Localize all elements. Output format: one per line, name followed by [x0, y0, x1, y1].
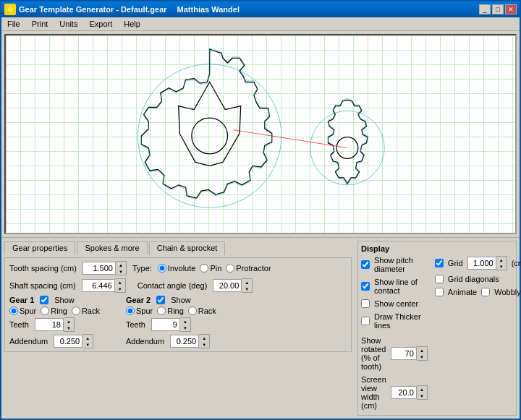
- show-center-label: Show center: [374, 299, 418, 308]
- show-pitch-diameter-row: Show pitch diameter: [361, 256, 428, 273]
- gear1-addendum-input[interactable]: 0.250: [54, 335, 82, 348]
- screen-view-spinner[interactable]: 20.0 ▲ ▼: [391, 385, 428, 400]
- gear2-addendum-spinner[interactable]: 0.250 ▲ ▼: [170, 334, 210, 348]
- gear2-rack-label: Rack: [198, 307, 216, 315]
- gear1-ring[interactable]: Ring: [41, 307, 67, 315]
- gear2-addendum-input[interactable]: 0.250: [170, 335, 199, 348]
- gear2-addendum-down[interactable]: ▼: [199, 341, 209, 348]
- show-line-of-contact-checkbox[interactable]: [361, 282, 370, 291]
- show-center-row: Show center: [361, 299, 428, 308]
- type-protractor[interactable]: Protractor: [226, 264, 271, 273]
- close-button[interactable]: ✕: [505, 4, 517, 14]
- gear1-type-group: Spur Ring Rack: [9, 307, 100, 315]
- type-involute-label: Involute: [168, 264, 196, 273]
- shaft-spacing-spinner[interactable]: 6.446 ▲ ▼: [82, 278, 126, 293]
- tooth-spacing-spinner[interactable]: 1.500 ▲ ▼: [82, 261, 127, 275]
- shaft-spacing-input[interactable]: 6.446: [82, 279, 115, 292]
- grid-checkbox[interactable]: [435, 259, 444, 267]
- type-protractor-radio[interactable]: [226, 264, 234, 273]
- gear2-rack-radio[interactable]: [188, 307, 197, 315]
- gear2-teeth-label: Teeth: [126, 320, 145, 329]
- tooth-spacing-up[interactable]: ▲: [116, 262, 126, 268]
- contact-angle-spinner[interactable]: 20.00 ▲ ▼: [213, 278, 253, 293]
- show-center-checkbox[interactable]: [361, 299, 370, 308]
- gear2-spur[interactable]: Spur: [126, 307, 153, 315]
- gear2-teeth-down[interactable]: ▼: [180, 325, 190, 331]
- show-rotated-spinner[interactable]: 70 ▲ ▼: [391, 346, 428, 361]
- menu-file[interactable]: File: [4, 19, 23, 29]
- grid-spinner-btns: ▲ ▼: [496, 256, 507, 270]
- shaft-spacing-down[interactable]: ▼: [115, 286, 125, 292]
- screen-view-label: Screen view width (cm): [361, 375, 386, 410]
- contact-angle-input[interactable]: 20.00: [213, 279, 242, 292]
- gear1-spur-label: Spur: [20, 307, 36, 315]
- menu-units[interactable]: Units: [56, 19, 80, 29]
- gear-props-panel: Gear properties Spokes & more Chain & sp…: [4, 241, 352, 416]
- gear2-addendum-spinner-btns: ▲ ▼: [199, 334, 210, 348]
- tooth-spacing-down[interactable]: ▼: [116, 268, 126, 275]
- gear2-teeth-input[interactable]: 9: [151, 318, 180, 331]
- gear2-addendum-up[interactable]: ▲: [199, 335, 209, 341]
- menu-export[interactable]: Export: [86, 19, 115, 29]
- grid-diagonals-checkbox[interactable]: [435, 275, 444, 283]
- tab-spokes-more[interactable]: Spokes & more: [77, 241, 147, 255]
- gear2-teeth-up[interactable]: ▲: [180, 318, 190, 325]
- tab-chain-sprocket[interactable]: Chain & sprocket: [149, 241, 226, 255]
- svg-line-5: [234, 130, 347, 148]
- grid-up[interactable]: ▲: [496, 257, 507, 263]
- type-involute[interactable]: Involute: [158, 264, 196, 273]
- show-rotated-down[interactable]: ▼: [417, 353, 427, 360]
- tooth-spacing-spinner-btns: ▲ ▼: [116, 261, 127, 275]
- screen-view-up[interactable]: ▲: [417, 386, 427, 393]
- tab-gear-properties[interactable]: Gear properties: [4, 241, 75, 255]
- animate-checkbox[interactable]: [435, 288, 444, 296]
- gear1-rack-radio[interactable]: [72, 307, 80, 315]
- contact-angle-up[interactable]: ▲: [242, 279, 252, 286]
- grid-diagonals-row: Grid diagonals: [435, 275, 521, 283]
- gear2-show-checkbox[interactable]: [156, 296, 165, 304]
- gear1-addendum-down[interactable]: ▼: [82, 341, 93, 348]
- gear2-teeth-spinner[interactable]: 9 ▲ ▼: [151, 317, 191, 332]
- gear2-spur-radio[interactable]: [126, 307, 135, 315]
- wobbly-checkbox[interactable]: [481, 288, 490, 296]
- grid-spinner[interactable]: 1.000 ▲ ▼: [467, 256, 507, 270]
- minimize-button[interactable]: _: [479, 4, 491, 14]
- gear1-addendum-label: Addendum: [9, 337, 48, 346]
- gear2-ring[interactable]: Ring: [157, 307, 184, 315]
- gear1-teeth-down[interactable]: ▼: [64, 325, 74, 331]
- show-rotated-up[interactable]: ▲: [417, 347, 427, 353]
- app-icon: ⚙: [4, 4, 16, 15]
- menu-print[interactable]: Print: [29, 19, 51, 29]
- show-pitch-diameter-label: Show pitch diameter: [374, 256, 428, 273]
- grid-down[interactable]: ▼: [496, 263, 507, 270]
- type-pin-radio[interactable]: [200, 264, 208, 273]
- show-pitch-diameter-checkbox[interactable]: [361, 260, 370, 269]
- gear1-show-checkbox[interactable]: [40, 296, 48, 304]
- draw-thicker-checkbox[interactable]: [361, 317, 370, 325]
- shaft-spacing-up[interactable]: ▲: [115, 279, 125, 286]
- main-content: Gear Gear Gear properties Spokes & more …: [1, 31, 520, 419]
- tooth-spacing-input[interactable]: 1.500: [82, 262, 116, 275]
- grid-input[interactable]: 1.000: [467, 257, 496, 270]
- gear1-addendum-spinner[interactable]: 0.250 ▲ ▼: [54, 334, 93, 348]
- gear1-teeth-up[interactable]: ▲: [64, 318, 74, 325]
- gear1-spur[interactable]: Spur: [9, 307, 36, 315]
- type-pin[interactable]: Pin: [200, 264, 221, 273]
- gear1-spur-radio[interactable]: [9, 307, 18, 315]
- type-involute-radio[interactable]: [158, 264, 166, 273]
- row-tooth-spacing: Tooth spacing (cm) 1.500 ▲ ▼ Type:: [9, 261, 347, 275]
- contact-angle-label: Contact angle (deg): [137, 281, 208, 290]
- gear2-ring-radio[interactable]: [157, 307, 166, 315]
- screen-view-input[interactable]: 20.0: [391, 386, 417, 399]
- menu-help[interactable]: Help: [121, 19, 143, 29]
- screen-view-down[interactable]: ▼: [417, 393, 427, 399]
- gear1-ring-radio[interactable]: [41, 307, 49, 315]
- gear1-teeth-input[interactable]: 18: [35, 318, 64, 331]
- gear1-rack[interactable]: Rack: [72, 307, 100, 315]
- show-rotated-input[interactable]: 70: [391, 347, 417, 360]
- gear1-addendum-up[interactable]: ▲: [82, 335, 93, 341]
- gear1-teeth-spinner[interactable]: 18 ▲ ▼: [35, 317, 75, 332]
- maximize-button[interactable]: □: [492, 4, 504, 14]
- gear2-rack[interactable]: Rack: [188, 307, 216, 315]
- contact-angle-down[interactable]: ▼: [242, 286, 252, 292]
